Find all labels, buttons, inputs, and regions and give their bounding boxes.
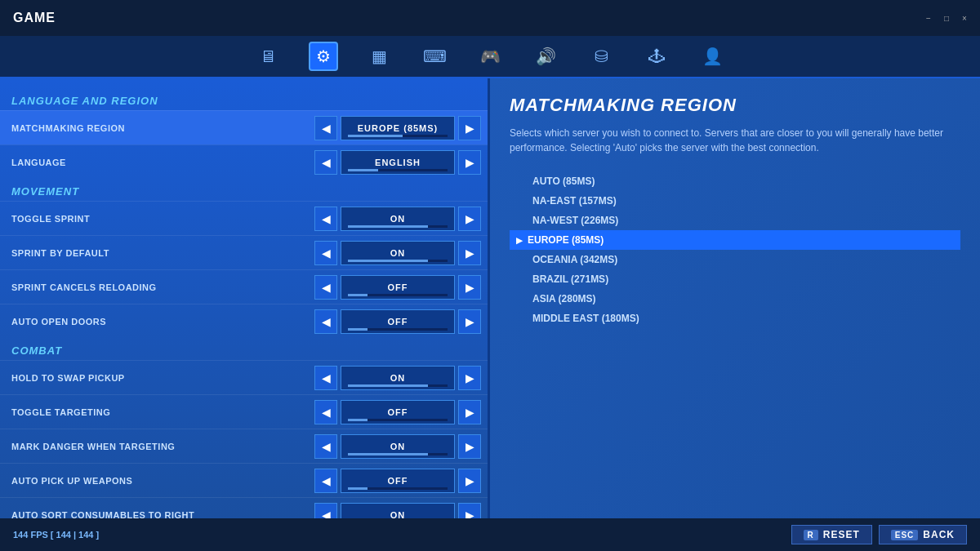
left-arrow-button[interactable]: ◀ [314, 116, 337, 140]
region-item[interactable]: BRAZIL (271MS) [510, 269, 960, 289]
right-arrow-button[interactable]: ▶ [458, 400, 481, 424]
value-text: OFF [388, 407, 408, 417]
value-text: OFF [388, 317, 408, 327]
value-bar-fill [348, 135, 403, 137]
region-item[interactable]: OCEANIA (342MS) [510, 250, 960, 269]
left-arrow-button[interactable]: ◀ [314, 400, 337, 424]
left-arrow-button[interactable]: ◀ [314, 207, 337, 231]
region-item[interactable]: NA-WEST (226MS) [510, 211, 960, 230]
value-box: OFF [341, 309, 455, 334]
right-arrow-button[interactable]: ▶ [458, 207, 481, 231]
setting-label: MARK DANGER WHEN TARGETING [7, 442, 314, 451]
controller-icon[interactable]: 🎮 [475, 42, 505, 71]
keyboard-icon[interactable]: ⌨ [420, 42, 449, 71]
right-arrow-button[interactable]: ▶ [458, 150, 481, 175]
setting-control: ◀ON▶ [314, 207, 481, 231]
left-arrow-button[interactable]: ◀ [314, 150, 337, 175]
region-item[interactable]: EUROPE (85MS) [510, 230, 960, 250]
value-bar [348, 294, 448, 296]
setting-label: AUTO OPEN DOORS [7, 317, 314, 327]
left-arrow-button[interactable]: ◀ [314, 503, 337, 519]
right-arrow-button[interactable]: ▶ [458, 434, 481, 459]
back-label: BACK [923, 529, 955, 540]
account-icon[interactable]: 👤 [697, 42, 727, 71]
setting-control: ◀OFF▶ [314, 469, 481, 493]
value-bar [348, 328, 448, 331]
setting-control: ◀ON▶ [314, 366, 481, 390]
setting-control: ◀OFF▶ [314, 275, 481, 300]
value-bar [348, 225, 448, 228]
region-item[interactable]: NA-EAST (157MS) [510, 191, 960, 211]
detail-description: Selects which server you wish to connect… [510, 126, 960, 155]
setting-label: LANGUAGE [7, 158, 314, 167]
right-arrow-button[interactable]: ▶ [458, 241, 481, 265]
value-text: ON [390, 442, 406, 451]
bottom-buttons: R RESET ESC BACK [791, 525, 967, 544]
monitor-icon[interactable]: 🖥 [253, 42, 283, 71]
value-text: EUROPE (85MS) [358, 123, 439, 133]
right-arrow-button[interactable]: ▶ [458, 275, 481, 300]
maximize-button[interactable]: □ [941, 12, 952, 24]
bottom-bar: 144 FPS [ 144 | 144 ] R RESET ESC BACK [0, 518, 980, 551]
value-text: ON [390, 248, 406, 258]
right-arrow-button[interactable]: ▶ [458, 116, 481, 140]
value-text: ON [390, 214, 406, 224]
right-arrow-button[interactable]: ▶ [458, 503, 481, 519]
left-arrow-button[interactable]: ◀ [314, 434, 337, 459]
value-bar [348, 419, 448, 421]
right-arrow-button[interactable]: ▶ [458, 309, 481, 334]
value-box: ON [341, 434, 455, 459]
section-header-movement: MOVEMENT [0, 179, 488, 201]
value-bar-fill [348, 294, 368, 296]
setting-label: TOGGLE SPRINT [7, 214, 314, 224]
region-list: AUTO (85MS)NA-EAST (157MS)NA-WEST (226MS… [510, 171, 960, 328]
region-item[interactable]: AUTO (85MS) [510, 171, 960, 191]
value-bar [348, 135, 448, 137]
minimize-button[interactable]: − [923, 12, 934, 24]
section-header-language-region: LANGUAGE AND REGION [0, 88, 488, 110]
setting-row: TOGGLE TARGETING◀OFF▶ [0, 394, 488, 429]
app-title: GAME [13, 11, 56, 25]
value-bar-fill [348, 260, 428, 262]
display-icon[interactable]: ▦ [364, 42, 394, 71]
left-arrow-button[interactable]: ◀ [314, 469, 337, 493]
setting-row: AUTO OPEN DOORS◀OFF▶ [0, 304, 488, 338]
back-button[interactable]: ESC BACK [879, 525, 967, 544]
reset-button[interactable]: R RESET [791, 525, 872, 544]
value-text: OFF [388, 282, 408, 292]
value-box: ON [341, 366, 455, 390]
value-box: ON [341, 207, 455, 231]
setting-label: SPRINT CANCELS RELOADING [7, 282, 314, 292]
left-arrow-button[interactable]: ◀ [314, 275, 337, 300]
setting-control: ◀ON▶ [314, 503, 481, 519]
main-content: LANGUAGE AND REGIONMATCHMAKING REGION◀EU… [0, 78, 980, 518]
region-item[interactable]: ASIA (280MS) [510, 289, 960, 309]
close-button[interactable]: × [959, 12, 970, 24]
title-bar: GAME − □ × [0, 0, 980, 36]
setting-row: MATCHMAKING REGION◀EUROPE (85MS)▶ [0, 110, 488, 144]
right-arrow-button[interactable]: ▶ [458, 469, 481, 493]
gamepad-icon[interactable]: 🕹 [642, 42, 671, 71]
gear-icon[interactable]: ⚙ [309, 42, 338, 71]
setting-control: ◀ON▶ [314, 434, 481, 459]
region-item[interactable]: MIDDLE EAST (180MS) [510, 309, 960, 328]
value-bar-fill [348, 487, 368, 490]
value-bar-fill [348, 225, 428, 228]
audio-icon[interactable]: 🔊 [531, 42, 560, 71]
left-arrow-button[interactable]: ◀ [314, 366, 337, 390]
value-text: ON [390, 510, 406, 519]
right-arrow-button[interactable]: ▶ [458, 366, 481, 390]
network-icon[interactable]: ⛁ [586, 42, 616, 71]
setting-row: LANGUAGE◀ENGLISH▶ [0, 144, 488, 179]
value-box: ON [341, 503, 455, 519]
setting-row: MARK DANGER WHEN TARGETING◀ON▶ [0, 429, 488, 463]
setting-row: SPRINT BY DEFAULT◀ON▶ [0, 235, 488, 269]
value-bar-fill [348, 384, 428, 387]
setting-label: AUTO PICK UP WEAPONS [7, 476, 314, 486]
value-bar-fill [348, 169, 378, 171]
setting-row: AUTO PICK UP WEAPONS◀OFF▶ [0, 463, 488, 497]
left-arrow-button[interactable]: ◀ [314, 241, 337, 265]
setting-row: TOGGLE SPRINT◀ON▶ [0, 201, 488, 235]
left-arrow-button[interactable]: ◀ [314, 309, 337, 334]
setting-row: AUTO SORT CONSUMABLES TO RIGHT◀ON▶ [0, 497, 488, 518]
